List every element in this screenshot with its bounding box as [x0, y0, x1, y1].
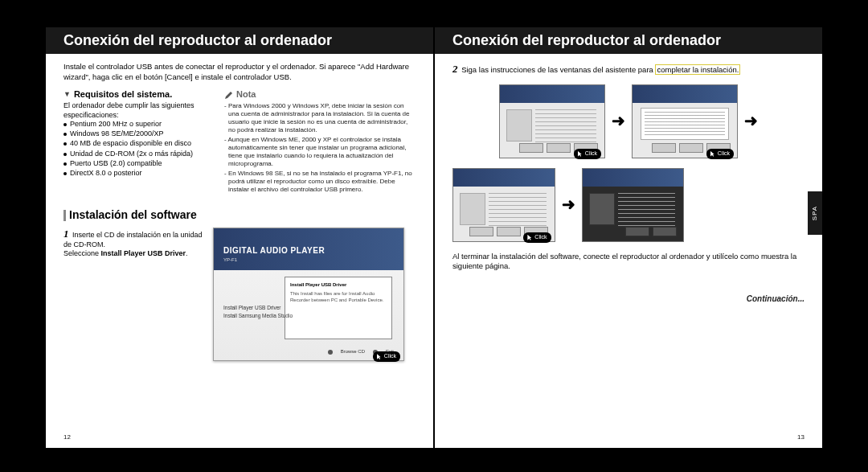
screenshot-dialog: Install Player USB Driver This Install h…: [285, 277, 392, 339]
requirements-title: Requisitos del sistema.: [74, 89, 172, 101]
page-spread: Conexión del reproductor al ordenador In…: [0, 0, 868, 472]
page-number-left: 12: [63, 433, 71, 441]
list-item: Puerto USB (2.0) compatible: [63, 159, 213, 168]
page-right: Conexión del reproductor al ordenador 2 …: [435, 27, 822, 448]
footer-text: Al terminar la instalación del software,…: [452, 252, 805, 273]
intro-text: Instale el controlador USB antes de cone…: [63, 62, 416, 83]
note-title: Nota: [236, 89, 256, 101]
list-item: Install Samsung Media Studio: [223, 312, 293, 320]
footer-item: Browse CD: [341, 349, 365, 355]
list-item: 40 MB de espacio disponible en disco: [63, 139, 213, 148]
list-item: Unidad de CD-ROM (2x o más rápida): [63, 150, 213, 158]
triangle-down-icon: ▼: [63, 90, 71, 99]
step-1-text: 1 Inserte el CD de instalación en la uni…: [63, 228, 203, 361]
language-tab: SPA: [808, 191, 822, 235]
list-item: Windows 98 SE/ME/2000/XP: [63, 129, 213, 138]
list-item: Aunque en Windows ME, 2000 y XP el contr…: [224, 136, 416, 168]
notes-list: Para Windows 2000 y Windows XP, debe ini…: [224, 102, 416, 194]
arrow-right-icon: ➜: [562, 195, 575, 215]
wizard-screenshot: [582, 168, 685, 242]
screenshot-subtitle: YP-F1: [223, 257, 237, 264]
wizard-screenshot: Click: [632, 84, 738, 158]
screenshot-title: DIGITAL AUDIO PLAYER: [223, 246, 325, 257]
list-item: Para Windows 2000 y Windows XP, debe ini…: [224, 102, 416, 134]
click-label: Click: [373, 351, 400, 362]
section-title: Instalación del software: [69, 208, 197, 223]
list-item: En Windows 98 SE, si no se ha instalado …: [224, 170, 416, 194]
click-label: Click: [574, 149, 601, 159]
arrow-right-icon: ➜: [744, 111, 758, 131]
wizard-screenshot: Click: [452, 168, 555, 242]
list-item: Pentium 200 MHz o superior: [63, 120, 213, 129]
click-label: Click: [523, 232, 551, 243]
dialog-title: Install Player USB Driver: [290, 282, 387, 289]
screenshot-menu: Install Player USB Driver Install Samsun…: [223, 304, 293, 320]
requirements-heading: ▼ Requisitos del sistema.: [63, 89, 213, 101]
click-label: Click: [706, 149, 734, 159]
step-2-text: 2 Siga las instrucciones de las ventanas…: [452, 62, 805, 76]
arrow-right-icon: ➜: [612, 111, 625, 131]
pencil-icon: [224, 90, 234, 100]
page-title-right: Conexión del reproductor al ordenador: [435, 27, 822, 54]
requirements-list: Pentium 200 MHz o superior Windows 98 SE…: [63, 120, 213, 179]
installer-screenshot: DIGITAL AUDIO PLAYER YP-F1 Install Playe…: [213, 228, 404, 361]
wizard-screenshot: Click: [499, 84, 605, 158]
bar-icon: [63, 210, 66, 221]
screenshot-grid: Click ➜ Click ➜: [452, 84, 805, 242]
section-heading: Instalación del software: [63, 208, 416, 223]
requirements-subtitle: El ordenador debe cumplir las siguientes…: [63, 101, 213, 120]
continuation-label: Continuación...: [452, 294, 805, 305]
list-item: Install Player USB Driver: [223, 304, 293, 312]
note-heading: Nota: [224, 89, 416, 101]
page-number-right: 13: [797, 433, 805, 441]
dialog-body: This Install has files are for Install A…: [290, 291, 387, 303]
page-title-left: Conexión del reproductor al ordenador: [46, 27, 433, 54]
page-left: Conexión del reproductor al ordenador In…: [46, 27, 433, 448]
list-item: DirectX 8.0 o posterior: [63, 169, 213, 178]
